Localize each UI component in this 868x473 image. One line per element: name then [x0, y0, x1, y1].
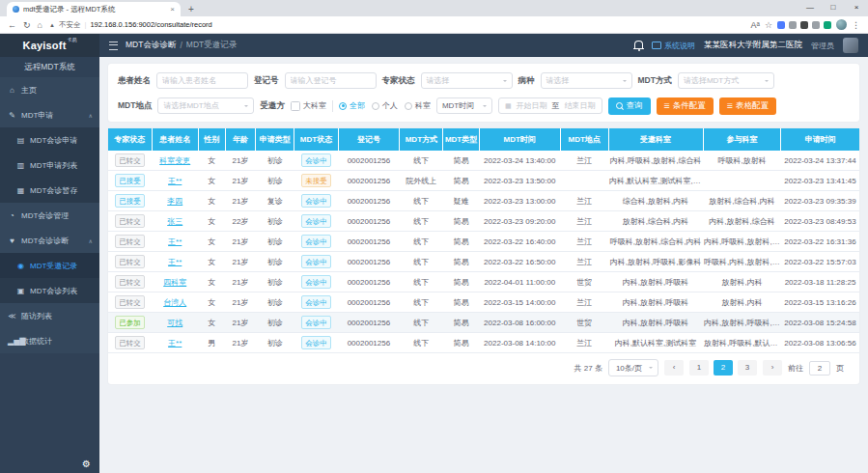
expert-status-select[interactable]: 请选择 [421, 72, 513, 89]
column-header[interactable]: 申请类型 [255, 128, 294, 151]
text-zoom-icon[interactable]: Aᵃ [751, 20, 760, 30]
sidebar-collapse-icon[interactable] [109, 42, 118, 50]
maximize-button[interactable]: □ [822, 0, 845, 15]
next-page-button[interactable]: › [763, 360, 782, 376]
patient-name-link[interactable]: 科室变更 [159, 156, 190, 165]
column-header[interactable]: 年龄 [225, 128, 255, 151]
cell-mdt_time: 2022-04-01 11:00:00 [479, 272, 560, 292]
column-header[interactable]: 专家状态 [108, 128, 152, 151]
mdt-status-badge: 会诊中 [301, 316, 331, 329]
browser-menu-icon[interactable]: ⋮ [852, 20, 860, 30]
prev-page-button[interactable]: ‹ [664, 360, 684, 376]
url-field[interactable]: ▲ 不安全 | 192.168.0.156:9002/consultate/re… [49, 20, 744, 30]
divider [332, 100, 333, 112]
cell-place: 兰江 [560, 292, 608, 313]
patient-name-link[interactable]: 王** [168, 258, 182, 266]
mdt-apply-icon: ✎ [8, 111, 16, 120]
search-button[interactable]: 查询 [608, 97, 651, 115]
gear-icon[interactable]: ⚙ [82, 459, 91, 469]
patient-name-link[interactable]: 张三 [167, 217, 182, 226]
cell-joined: 放射科,内科 [703, 272, 781, 292]
browser-profile-avatar[interactable] [836, 19, 847, 30]
back-icon[interactable]: ← [8, 20, 16, 30]
close-button[interactable]: × [845, 0, 868, 15]
cell-invited: 内科,放射科,呼吸科 [608, 292, 703, 313]
extension-icon[interactable] [800, 21, 808, 29]
system-help-link[interactable]: 系统说明 [652, 41, 695, 51]
sidebar-item-mdt-manage[interactable]: ◔MDT会诊管理 [0, 203, 99, 228]
condition-config-button[interactable]: ☰ 条件配置 [657, 97, 714, 115]
sidebar-item-mdt-apply[interactable]: ✎MDT申请∧ [0, 102, 99, 127]
column-header[interactable]: 登记号 [338, 128, 400, 151]
extension-icon[interactable] [789, 21, 797, 29]
big-dept-checkbox[interactable]: 大科室 [291, 100, 326, 111]
cell-mdt_type: 简易 [443, 232, 479, 252]
patient-name-link[interactable]: 四科室 [163, 278, 186, 287]
patient-name-input[interactable] [156, 72, 248, 89]
sidebar-item-mdt-apply-list[interactable]: ▥MDT申请列表 [0, 153, 99, 178]
radio-icon [372, 102, 379, 110]
column-header[interactable]: MDT状态 [294, 128, 338, 151]
sidebar-item-mdt-list[interactable]: ▣MDT会诊列表 [0, 278, 99, 303]
extension-icon[interactable] [777, 21, 785, 29]
column-header[interactable]: MDT地点 [560, 128, 608, 151]
sidebar-item-home[interactable]: ⌂主页 [0, 77, 99, 102]
patient-name-link[interactable]: 李四 [167, 197, 182, 206]
column-header[interactable]: 患者姓名 [152, 128, 198, 151]
tab-close-icon[interactable]: × [170, 6, 175, 14]
column-header[interactable]: MDT类型 [443, 128, 479, 151]
bell-icon[interactable] [634, 41, 643, 48]
extension-icon[interactable] [812, 21, 820, 29]
browser-tab[interactable]: mdt受邀记录 - 远程MDT系统 × [7, 2, 181, 16]
pagination: 共 27 条 10条/页 ‹ 123 › 前往 页 [108, 353, 859, 382]
extension-icon[interactable] [824, 21, 831, 29]
cell-mdt_time: 2022-03-08 16:00:00 [479, 313, 560, 333]
page-size-select[interactable]: 10条/页 [608, 359, 658, 376]
mdt-list-icon: ▣ [16, 287, 25, 295]
cell-gender: 女 [198, 151, 225, 171]
goto-suffix: 页 [836, 363, 844, 374]
page-button-1[interactable]: 1 [689, 360, 709, 376]
disease-select[interactable]: 请选择 [541, 72, 632, 89]
patient-name-link[interactable]: 台湾人 [163, 298, 186, 307]
column-header[interactable]: MDT方式 [400, 128, 443, 151]
minimize-button[interactable]: — [798, 0, 822, 15]
column-header[interactable]: 申请时间 [781, 128, 859, 151]
patient-name-link[interactable]: 王** [168, 339, 182, 348]
column-header[interactable]: 性别 [198, 128, 225, 151]
sidebar-item-mdt-record[interactable]: ◉MDT受邀记录 [0, 253, 99, 278]
column-header[interactable]: MDT时间 [479, 128, 560, 151]
register-no-input[interactable] [285, 72, 377, 89]
sidebar-item-mdt-consult-apply[interactable]: ▤MDT会诊申请 [0, 127, 99, 153]
new-tab-button[interactable]: + [188, 3, 194, 16]
patient-name-link[interactable]: 王** [168, 237, 182, 246]
search-button-label: 查询 [627, 100, 643, 112]
mdt-mode-select[interactable]: 请选择MDT方式 [678, 72, 774, 89]
invitee-radio-个人[interactable]: 个人 [372, 100, 398, 111]
page-button-2[interactable]: 2 [714, 360, 733, 376]
cell-mdt_status: 会诊中 [294, 191, 338, 211]
mdt-place-select[interactable]: 请选择MDT地点 [157, 97, 254, 114]
invitee-radio-科室[interactable]: 科室 [405, 100, 431, 111]
favorite-star-icon[interactable]: ☆ [765, 20, 772, 30]
home-icon[interactable]: ⌂ [38, 20, 42, 30]
sidebar-item-followup[interactable]: ≪随访列表 [0, 303, 99, 328]
date-range-picker[interactable]: ▦ 开始日期 至 结束日期 [498, 97, 602, 114]
column-header[interactable]: 受邀科室 [608, 128, 703, 151]
invitee-radio-全部[interactable]: 全部 [339, 100, 365, 111]
table-config-button[interactable]: ☰ 表格配置 [719, 97, 776, 115]
user-avatar[interactable] [843, 38, 858, 53]
sidebar-item-mdt-diagnose[interactable]: ♥MDT会诊诊断∧ [0, 228, 99, 253]
patient-name-link[interactable]: 王** [168, 177, 182, 185]
refresh-icon[interactable]: ↻ [23, 20, 31, 30]
sidebar-item-stats[interactable]: ▂▅▇数据统计 [0, 328, 99, 353]
sidebar-item-mdt-consult-draft[interactable]: ▦MDT会诊暂存 [0, 178, 99, 203]
mdt-time-select[interactable]: MDT时间 [436, 97, 492, 114]
patient-name-link[interactable]: 可找 [167, 319, 182, 327]
cell-apply_time: 2022-03-18 11:28:25 [781, 272, 859, 292]
goto-page-input[interactable] [809, 361, 830, 376]
page-button-3[interactable]: 3 [738, 360, 757, 376]
table-row: 已转交科室变更女21岁初诊会诊中0002001256线下简易2022-03-24… [108, 151, 859, 171]
cell-mdt_type: 简易 [443, 211, 479, 232]
column-header[interactable]: 参与科室 [703, 128, 781, 151]
